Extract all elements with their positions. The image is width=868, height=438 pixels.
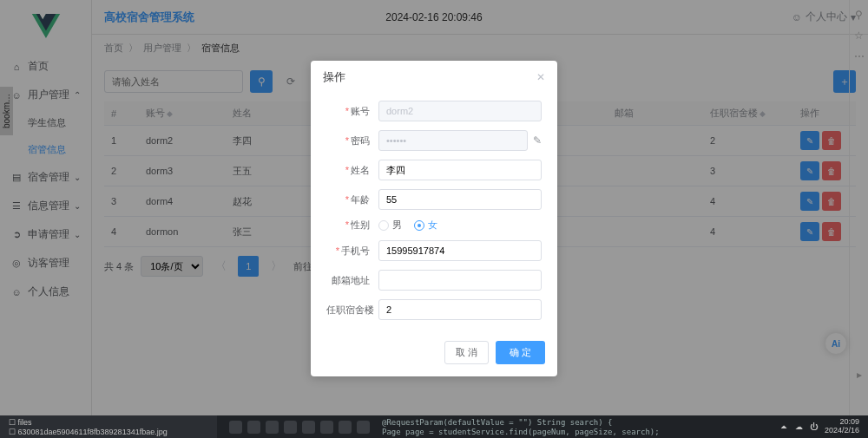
close-icon[interactable]: ✕ (536, 71, 545, 83)
input-phone[interactable] (378, 240, 542, 261)
lbl-pwd: 密码 (326, 134, 370, 147)
tray-icon[interactable]: ☁ (795, 422, 803, 431)
radio-sex: 男 女 (378, 219, 437, 232)
tb-icon[interactable] (302, 421, 315, 434)
tb-right: ⏶ ☁ ⏻ 20:09 2024/2/16 (780, 418, 868, 435)
taskbar: ☐ files ☐ 630081dae5904611f8fb389281341f… (0, 415, 868, 438)
lbl-dorm: 任职宿舍楼 (326, 304, 370, 317)
tb-file1[interactable]: ☐ 630081dae5904611f8fb389281341fbae.jpg (9, 428, 217, 436)
lbl-email: 邮箱地址 (326, 274, 370, 287)
lbl-acct: 账号 (326, 105, 370, 118)
modal-title: 操作 (323, 69, 345, 85)
edit-pwd-icon[interactable]: ✎ (533, 134, 542, 147)
input-age[interactable] (378, 189, 542, 210)
code-line2: Page page = studentService.find(pageNum,… (382, 428, 660, 436)
input-pwd (378, 130, 528, 151)
tb-icon[interactable] (284, 421, 297, 434)
input-name[interactable] (378, 160, 542, 180)
input-acct (378, 101, 542, 121)
lbl-sex: 性别 (326, 219, 370, 232)
tb-files-tab[interactable]: ☐ files (9, 418, 217, 427)
tb-icon[interactable] (339, 421, 352, 434)
cancel-button[interactable]: 取 消 (444, 341, 489, 364)
radio-male[interactable]: 男 (378, 219, 402, 232)
tray-icon[interactable]: ⏻ (810, 422, 818, 431)
tb-code: @RequestParam(defaultValue = "") String … (382, 418, 660, 436)
input-email[interactable] (378, 270, 542, 291)
input-dorm[interactable] (378, 299, 542, 320)
tb-clock[interactable]: 20:09 2024/2/16 (825, 418, 859, 435)
edit-modal: 操作 ✕ 账号 密码✎ 姓名 年龄 性别 男 女 手机号 邮箱地址 任职宿舍楼 … (311, 61, 557, 376)
tb-icon[interactable] (266, 421, 279, 434)
tray-icon[interactable]: ⏶ (780, 422, 788, 431)
lbl-age: 年龄 (326, 193, 370, 206)
tb-icons (229, 415, 370, 438)
tb-icon[interactable] (357, 421, 370, 434)
lbl-name: 姓名 (326, 164, 370, 177)
code-line1: @RequestParam(defaultValue = "") String … (382, 418, 613, 427)
tb-icon[interactable] (229, 421, 242, 434)
taskbar-left: ☐ files ☐ 630081dae5904611f8fb389281341f… (0, 415, 217, 438)
lbl-phone: 手机号 (326, 245, 370, 258)
tb-icon[interactable] (247, 421, 260, 434)
confirm-button[interactable]: 确 定 (496, 341, 545, 364)
tb-icon[interactable] (320, 421, 333, 434)
radio-female[interactable]: 女 (414, 219, 437, 232)
